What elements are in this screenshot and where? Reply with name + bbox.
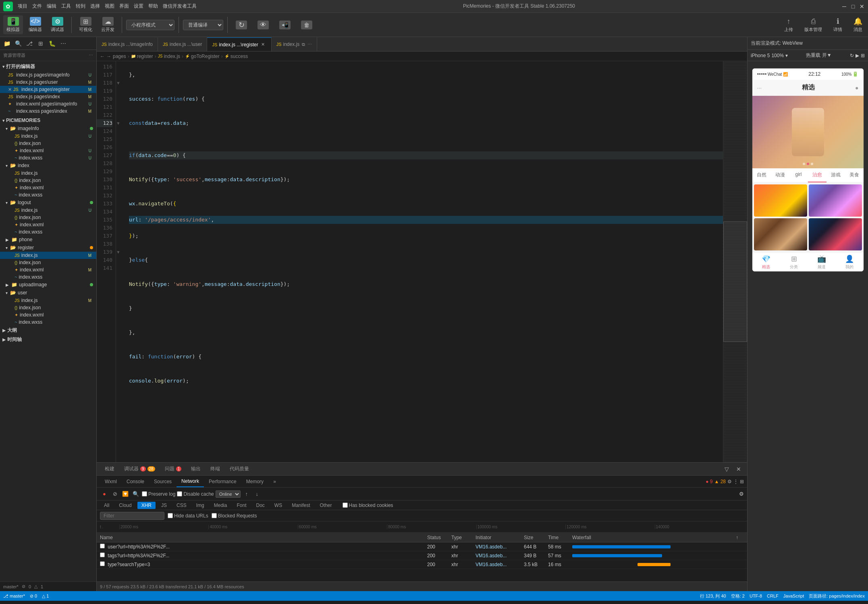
folder-user[interactable]: ▾ 📂 user: [0, 289, 96, 297]
subtab-manifest[interactable]: Manifest: [288, 502, 314, 509]
net-checkbox-1[interactable]: [100, 544, 105, 548]
nav-category[interactable]: ⊞ 分类: [780, 253, 808, 271]
device-selector[interactable]: iPhone 5 100% ▾: [751, 53, 788, 58]
folder-phone[interactable]: ▶ 📁 phone: [0, 236, 96, 244]
tab-close-register[interactable]: ✕: [260, 41, 266, 48]
close-button[interactable]: ✕: [859, 4, 865, 9]
preview-eye-button[interactable]: 👁: [253, 19, 273, 31]
file-register-wxml[interactable]: ✦ index.wxml M: [0, 266, 96, 273]
file-user-wxss[interactable]: ~ index.wxss: [0, 319, 96, 326]
subtab-img[interactable]: Img: [192, 502, 208, 509]
image-moon[interactable]: [809, 218, 862, 250]
subtab-js[interactable]: JS: [157, 502, 171, 509]
file-register-js[interactable]: JS index.js M: [0, 252, 96, 259]
code-content[interactable]: }, success: function (res) { const data …: [123, 61, 723, 462]
subtab-cloud[interactable]: Cloud: [115, 502, 135, 509]
blocked-requests-cb[interactable]: [212, 513, 217, 518]
search-toolbar-icon[interactable]: 🔍: [13, 38, 23, 49]
devtool-more[interactable]: »: [268, 476, 281, 487]
cat-food[interactable]: 美食: [845, 168, 864, 182]
preserve-log-checkbox[interactable]: [142, 491, 147, 496]
debug-tab-output[interactable]: 输出: [186, 463, 206, 475]
folder-logout[interactable]: ▾ 📂 logout: [0, 199, 96, 207]
blocked-requests-label[interactable]: Blocked Requests: [212, 513, 257, 519]
disable-cache-label[interactable]: Disable cache: [177, 491, 214, 497]
settings-right[interactable]: ⚙: [739, 491, 744, 497]
breadcrumb-gotregister[interactable]: ⚡goToRegister: [185, 54, 220, 59]
menu-tools[interactable]: 工具: [61, 3, 71, 10]
code-editor[interactable]: 116 117 118 119 120 121 122 123 124 125 …: [97, 61, 747, 462]
open-file-user-js[interactable]: JS index.js pages\user M: [0, 79, 96, 86]
file-imageinfo-js[interactable]: JS index.js U: [0, 132, 96, 140]
disable-cache-checkbox[interactable]: [177, 491, 182, 496]
filter-network-icon[interactable]: 🔽: [121, 490, 130, 499]
menu-view[interactable]: 视图: [105, 3, 114, 10]
file-register-wxss[interactable]: ~ index.wxss: [0, 273, 96, 281]
preserve-log-label[interactable]: Preserve log: [142, 491, 175, 497]
devtool-memory[interactable]: Memory: [241, 476, 268, 487]
devtool-sources[interactable]: Sources: [149, 476, 177, 487]
folder-index[interactable]: ▾ 📂 index: [0, 161, 96, 170]
compile-select[interactable]: 普通编译: [183, 20, 223, 30]
menu-settings[interactable]: 设置: [134, 3, 143, 10]
tab-imageinfo[interactable]: JS index.js ...\imageInfo: [97, 37, 158, 51]
file-register-json[interactable]: {} index.json: [0, 259, 96, 266]
open-editors-header[interactable]: ▾ 打开的编辑器: [0, 62, 96, 71]
nav-mine[interactable]: 👤 我的: [836, 253, 864, 271]
timeline-header[interactable]: ▶ 时间轴: [0, 335, 96, 344]
expand-preview[interactable]: ⊞: [861, 53, 865, 58]
tab-index[interactable]: JS index.js ⧉ ⋯: [272, 37, 318, 51]
devtool-performance[interactable]: Performance: [204, 476, 241, 487]
cat-nature[interactable]: 自然: [752, 168, 771, 182]
debug-tab-problems[interactable]: 问题 1: [160, 463, 187, 475]
file-index-json[interactable]: {} index.json: [0, 177, 96, 184]
nav-forward[interactable]: →: [106, 54, 111, 59]
subtab-ws[interactable]: WS: [270, 502, 286, 509]
file-index-js[interactable]: JS index.js: [0, 170, 96, 177]
hot-reload-selector[interactable]: 热重载 开▼: [806, 52, 831, 59]
file-logout-wxml[interactable]: ✦ index.wxml: [0, 221, 96, 228]
line-ending[interactable]: CRLF: [767, 594, 779, 598]
open-file-wxml[interactable]: ✦ index.wxml pages\imageInfo U: [0, 100, 96, 108]
menu-interface[interactable]: 界面: [119, 3, 129, 10]
menu-wechat-tools[interactable]: 微信开发者工具: [163, 3, 197, 10]
stop-button[interactable]: ⊘: [110, 490, 119, 499]
nav-back[interactable]: ←: [100, 54, 105, 59]
record-button[interactable]: ●: [100, 490, 109, 499]
fold-123[interactable]: ▼: [116, 119, 123, 127]
file-index-wxss[interactable]: ~ index.wxss: [0, 191, 96, 199]
nav-channel[interactable]: 📺 频道: [808, 253, 836, 271]
tab-more-icon[interactable]: ⋯: [307, 42, 312, 47]
menu-help[interactable]: 帮助: [148, 3, 158, 10]
devtools-settings[interactable]: ⚙: [727, 479, 732, 484]
upload-net-icon[interactable]: ↑: [242, 490, 251, 499]
throttle-select[interactable]: Online: [216, 490, 241, 498]
file-imageinfo-wxss[interactable]: ~ index.wxss U: [0, 154, 96, 161]
net-checkbox-2[interactable]: [100, 552, 105, 557]
play-preview[interactable]: ▶: [856, 53, 859, 58]
fold-139[interactable]: ▼: [116, 248, 123, 256]
refresh-button[interactable]: ↻: [232, 19, 251, 31]
open-file-wxss[interactable]: ~ index.wxss pages\index M: [0, 108, 96, 115]
git-icon[interactable]: ⎇: [24, 38, 35, 49]
cloud-button[interactable]: ☁ 云开发: [98, 15, 118, 34]
network-filter-input[interactable]: [100, 512, 164, 520]
devtool-console[interactable]: Console: [122, 476, 149, 487]
editor-button[interactable]: </> 编辑器: [25, 15, 45, 34]
menu-edit[interactable]: 编辑: [47, 3, 56, 10]
cat-girl[interactable]: girl: [789, 168, 808, 182]
cat-healing[interactable]: 治愈: [808, 168, 826, 182]
devtool-wxml[interactable]: Wxml: [100, 476, 122, 487]
menu-file[interactable]: 文件: [32, 3, 42, 10]
git-status[interactable]: ⎇ master*: [3, 594, 25, 599]
file-language[interactable]: JavaScript: [783, 594, 804, 598]
hide-data-urls-cb[interactable]: [168, 513, 173, 518]
debug-close[interactable]: ✕: [733, 464, 744, 474]
more-icon[interactable]: ⋯: [58, 38, 69, 49]
explorer-icon[interactable]: 📁: [2, 38, 12, 49]
devtools-more[interactable]: ⋮: [733, 479, 738, 484]
resource-manager-more[interactable]: ⋯: [89, 53, 93, 58]
debug-tab-build[interactable]: 检建: [100, 463, 119, 475]
download-net-icon[interactable]: ↓: [253, 490, 262, 499]
has-blocked-cookies-cb[interactable]: [343, 503, 348, 508]
